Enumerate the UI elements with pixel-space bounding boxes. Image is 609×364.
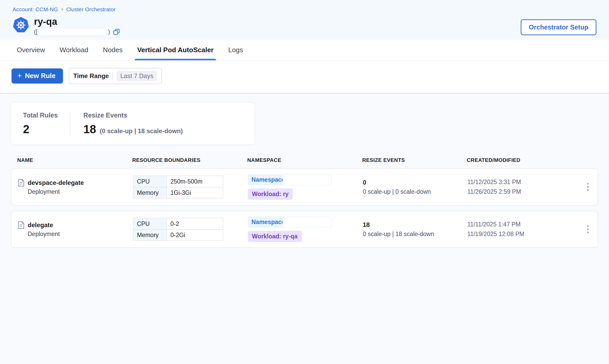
memory-label: Memory	[133, 230, 167, 240]
resource-boundaries-cell: CPU 0-2 Memory 0-2Gi	[133, 218, 248, 241]
title-left: ry-qa ([ )	[13, 16, 120, 36]
content-area: Total Rules 2 Resize Events 18 (0 scale-…	[0, 94, 609, 364]
namespace-badge: Namespace: l	[248, 174, 331, 185]
kubernetes-icon	[13, 17, 29, 33]
rule-kind: Deployment	[28, 188, 133, 195]
title-block: ry-qa ([ )	[34, 16, 120, 36]
column-header-resource-boundaries: RESOURCE BOUNDARIES	[132, 157, 247, 163]
breadcrumb: Account: CCM-NG › Cluster Orchestrator	[13, 6, 596, 13]
memory-label: Memory	[133, 187, 167, 198]
total-rules-label: Total Rules	[23, 111, 58, 119]
tab-nodes[interactable]: Nodes	[103, 40, 123, 60]
workload-badge: Workload: ry-qa	[248, 231, 302, 242]
resize-events-cell: 18 0 scale-up | 18 scale-down	[363, 221, 467, 238]
resize-events-label: Resize Events	[83, 111, 183, 119]
row-actions-menu-icon[interactable]	[584, 180, 591, 193]
rule-name[interactable]: devspace-delegate	[28, 179, 84, 186]
time-range-value: Last 7 Days	[117, 71, 157, 81]
memory-value: 1Gi-3Gi	[167, 187, 223, 198]
tab-overview[interactable]: Overview	[17, 40, 45, 60]
column-header-namespace: NAMESPACE	[247, 157, 362, 163]
document-icon	[18, 179, 25, 187]
namespace-cell: Namespace: l Workload: ry	[248, 174, 363, 200]
table-row[interactable]: devspace-delegate Deployment CPU 250m-50…	[11, 168, 598, 206]
resize-count: 0	[363, 179, 467, 186]
cluster-id-prefix: ([	[34, 28, 37, 35]
resize-events-value: 18	[83, 123, 96, 136]
cluster-id-redacted	[39, 28, 106, 36]
cluster-id-row: ([ )	[34, 28, 120, 36]
cpu-value: 250m-500m	[167, 176, 223, 187]
namespace-cell: Namespace: l Workload: ry-qa	[248, 216, 363, 242]
breadcrumb-account-link[interactable]: Account: CCM-NG	[13, 6, 58, 13]
time-range-label: Time Range	[73, 72, 109, 80]
resize-events-detail: (0 scale-up | 18 scale-down)	[100, 127, 183, 135]
tab-bar: Overview Workload Nodes Vertical Pod Aut…	[0, 40, 609, 61]
copy-icon[interactable]	[113, 28, 120, 35]
summary-card: Total Rules 2 Resize Events 18 (0 scale-…	[11, 103, 255, 145]
namespace-redacted	[283, 175, 331, 185]
orchestrator-setup-button[interactable]: Orchestrator Setup	[521, 19, 596, 35]
new-rule-label: New Rule	[25, 72, 56, 80]
cpu-label: CPU	[133, 176, 167, 187]
column-header-name: NAME	[17, 157, 132, 163]
time-range-divider	[112, 72, 113, 80]
total-rules-value: 2	[23, 123, 29, 136]
cpu-label: CPU	[133, 218, 167, 229]
page-title: ry-qa	[34, 16, 120, 27]
toolbar: + New Rule Time Range Last 7 Days	[0, 61, 609, 94]
rule-name-cell: delegate Deployment	[18, 221, 133, 238]
table-row[interactable]: delegate Deployment CPU 0-2 Memory 0-2Gi	[11, 211, 598, 248]
cpu-value: 0-2	[167, 218, 223, 229]
tab-vertical-pod-autoscaler[interactable]: Vertical Pod AutoScaler	[137, 40, 214, 60]
plus-icon: +	[17, 72, 22, 80]
row-actions-menu-icon[interactable]	[584, 223, 591, 236]
created-modified-cell: 11/12/2025 3:31 PM 11/26/2025 2:59 PM	[467, 179, 577, 195]
resize-count: 18	[363, 221, 467, 228]
chevron-right-icon: ›	[61, 6, 63, 13]
memory-value: 0-2Gi	[167, 230, 223, 240]
resize-events-section: Resize Events 18 (0 scale-up | 18 scale-…	[70, 111, 195, 136]
tab-workload[interactable]: Workload	[60, 40, 88, 60]
total-rules-section: Total Rules 2	[11, 111, 70, 136]
new-rule-button[interactable]: + New Rule	[12, 68, 63, 84]
modified-date: 11/19/2025 12:08 PM	[467, 231, 577, 238]
column-header-resize-events: RESIZE EVENTS	[362, 157, 467, 163]
rule-name[interactable]: delegate	[28, 221, 53, 229]
rule-name-cell: devspace-delegate Deployment	[18, 179, 133, 195]
rule-kind: Deployment	[28, 231, 133, 238]
page-header: Account: CCM-NG › Cluster Orchestrator	[0, 0, 609, 40]
tab-logs[interactable]: Logs	[228, 40, 243, 60]
modified-date: 11/26/2025 2:59 PM	[467, 188, 577, 195]
cluster-id-suffix: )	[108, 28, 110, 35]
time-range-selector[interactable]: Time Range Last 7 Days	[69, 68, 162, 84]
namespace-badge: Namespace: l	[248, 216, 331, 228]
resize-detail: 0 scale-up | 0 scale-down	[363, 188, 467, 195]
created-date: 11/11/2025 1:47 PM	[467, 221, 577, 228]
title-row: ry-qa ([ ) Orchestrator Setup	[13, 16, 596, 36]
resource-boundaries-cell: CPU 250m-500m Memory 1Gi-3Gi	[133, 175, 248, 198]
resize-detail: 0 scale-up | 18 scale-down	[363, 231, 467, 238]
resize-events-cell: 0 0 scale-up | 0 scale-down	[363, 179, 467, 195]
workload-badge: Workload: ry	[248, 189, 293, 200]
column-header-created-modified: CREATED/MODIFIED	[467, 157, 577, 163]
created-modified-cell: 11/11/2025 1:47 PM 11/19/2025 12:08 PM	[467, 221, 577, 238]
cluster-orchestrator-page: Account: CCM-NG › Cluster Orchestrator	[0, 0, 609, 364]
created-date: 11/12/2025 3:31 PM	[467, 179, 577, 186]
document-icon	[18, 221, 25, 229]
breadcrumb-page-link[interactable]: Cluster Orchestrator	[66, 6, 116, 13]
namespace-redacted	[283, 217, 331, 227]
table-header: NAME RESOURCE BOUNDARIES NAMESPACE RESIZ…	[11, 152, 598, 168]
